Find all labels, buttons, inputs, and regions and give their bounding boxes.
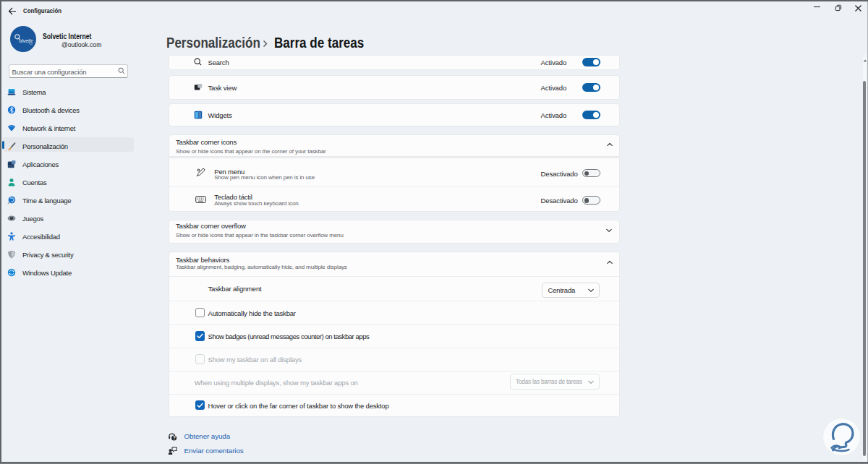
svg-text:olvetic: olvetic (19, 38, 33, 43)
svg-text:?: ? (173, 435, 176, 440)
